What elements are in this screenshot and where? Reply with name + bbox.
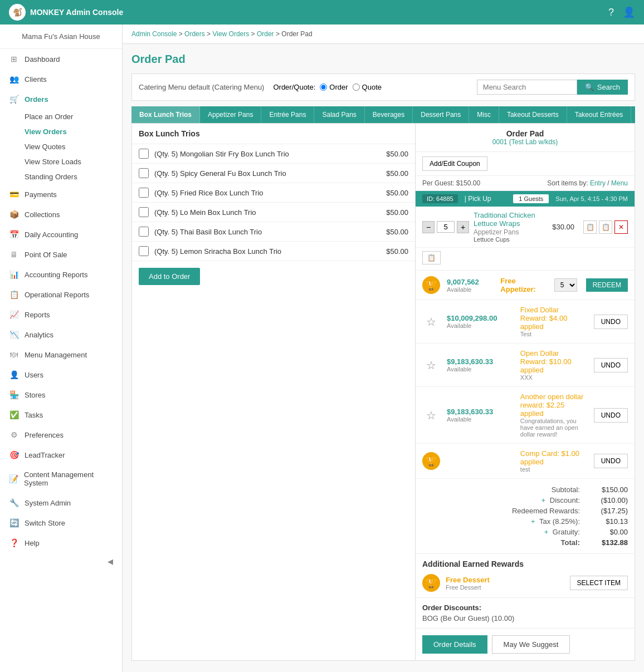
sidebar-item-reports[interactable]: 📈 Reports — [0, 305, 122, 325]
sub-nav-view-orders[interactable]: View Orders — [25, 124, 122, 139]
breadcrumb-admin-console[interactable]: Admin Console — [131, 30, 177, 38]
item-name-link[interactable]: Traditional Chicken Lettuce Wraps — [474, 211, 535, 228]
sidebar-label-orders: Orders — [25, 95, 48, 104]
breadcrumb-sep2: > — [207, 30, 212, 38]
user-icon[interactable]: 👤 — [623, 6, 635, 18]
sidebar-item-switch-store[interactable]: 🔄 Switch Store — [0, 513, 122, 533]
quote-radio[interactable] — [353, 84, 360, 91]
sub-nav-standing-orders[interactable]: Standing Orders — [25, 169, 122, 184]
sidebar-item-system-admin[interactable]: 🔧 System Admin — [0, 493, 122, 513]
leadtracker-icon: 🎯 — [9, 450, 19, 459]
sidebar-item-collections[interactable]: 📦 Collections — [0, 204, 122, 224]
sidebar-item-dashboard[interactable]: ⊞ Dashboard — [0, 49, 122, 69]
tax-value: $10.13 — [589, 517, 628, 526]
cat-tab-box-lunch-trios[interactable]: Box Lunch Trios — [131, 106, 200, 123]
reward-star-icon-3: ☆ — [422, 406, 440, 424]
add-edit-coupon-button[interactable]: Add/Edit Coupon — [422, 156, 487, 171]
cat-tab-misc[interactable]: Misc — [469, 106, 499, 123]
sidebar-label-dashboard: Dashboard — [25, 55, 60, 63]
reward-comp-4: Comp Card: $1.00 applied — [520, 449, 579, 466]
undo-button-4[interactable]: UNDO — [594, 454, 628, 468]
breadcrumb-order[interactable]: Order — [257, 30, 274, 38]
breadcrumb-orders[interactable]: Orders — [184, 30, 205, 38]
order-discounts-text: BOG (Be Our Guest) (10.00) — [422, 614, 628, 622]
sidebar-item-operational-reports[interactable]: 📋 Operational Reports — [0, 285, 122, 305]
cat-tab-takeout-entrees[interactable]: Takeout Entrées — [567, 106, 632, 123]
sidebar-label-reports: Reports — [25, 311, 50, 319]
qty-decrease-button[interactable]: − — [422, 221, 435, 233]
sort-menu-link[interactable]: Menu — [611, 179, 628, 187]
sidebar-item-help[interactable]: ❓ Help — [0, 533, 122, 553]
search-btn-label: Search — [597, 83, 620, 91]
cat-tab-dessert-pans[interactable]: Dessert Pans — [413, 106, 469, 123]
reward-applied-2: Open Dollar Reward: $10.00 applied — [520, 349, 572, 374]
earned-reward-row-0: 🏆 Free Dessert Free Dessert SELECT ITEM — [422, 574, 628, 592]
sub-nav-place-order[interactable]: Place an Order — [25, 109, 122, 124]
qty-input[interactable] — [437, 221, 455, 233]
sidebar-item-preferences[interactable]: ⚙ Preferences — [0, 425, 122, 445]
item-note-button[interactable]: 📋 — [422, 251, 441, 264]
breadcrumb-view-orders[interactable]: View Orders — [212, 30, 249, 38]
item-check-1[interactable] — [139, 168, 149, 178]
item-check-4[interactable] — [139, 227, 149, 237]
undo-button-2[interactable]: UNDO — [594, 358, 628, 372]
menu-search-input[interactable] — [477, 80, 577, 95]
item-check-5[interactable] — [139, 246, 149, 256]
sidebar-item-tasks[interactable]: ✅ Tasks — [0, 405, 122, 425]
reward-qty-select-0[interactable]: 5 — [554, 278, 577, 292]
sidebar-item-analytics[interactable]: 📉 Analytics — [0, 325, 122, 345]
sub-nav-view-store-loads[interactable]: View Store Loads — [25, 154, 122, 169]
item-price-5: $50.00 — [386, 247, 408, 256]
reward-avail-2: Available — [447, 366, 514, 372]
cat-tab-appetizer-pans[interactable]: Appetizer Pans — [200, 106, 261, 123]
cat-tab-salad-pans[interactable]: Salad Pans — [314, 106, 364, 123]
coupon-row: Add/Edit Coupon — [416, 152, 635, 176]
sidebar-item-users[interactable]: 👤 Users — [0, 365, 122, 385]
qty-control: − + — [422, 221, 469, 233]
sub-nav-view-quotes[interactable]: View Quotes — [25, 139, 122, 154]
sidebar-item-daily-accounting[interactable]: 📅 Daily Accounting — [0, 224, 122, 244]
cat-tab-beverages[interactable]: Beverages — [365, 106, 413, 123]
select-item-button-0[interactable]: SELECT ITEM — [570, 576, 628, 590]
item-copy-button[interactable]: 📋 — [599, 220, 612, 234]
collections-icon: 📦 — [9, 210, 19, 219]
sidebar-item-menu-management[interactable]: 🍽 Menu Management — [0, 345, 122, 365]
order-datetime: Sun, Apr 5, 4:15 - 4:30 PM — [555, 195, 628, 202]
discount-expand-icon[interactable]: + — [541, 496, 546, 504]
help-icon[interactable]: ? — [608, 7, 614, 18]
tax-expand-icon[interactable]: + — [531, 517, 535, 526]
sidebar-item-stores[interactable]: 🏪 Stores — [0, 385, 122, 405]
item-edit-button[interactable]: 📋 — [583, 220, 597, 234]
item-delete-button[interactable]: ✕ — [614, 220, 628, 234]
order-details-button[interactable]: Order Details — [422, 635, 487, 654]
menu-search-button[interactable]: 🔍 Search — [577, 80, 628, 95]
qty-increase-button[interactable]: + — [457, 221, 469, 233]
undo-button-1[interactable]: UNDO — [594, 315, 628, 329]
sidebar-item-accounting-reports[interactable]: 📊 Accounting Reports — [0, 264, 122, 285]
help-nav-icon: ❓ — [9, 538, 19, 547]
order-radio[interactable] — [320, 84, 327, 91]
gratuity-expand-icon[interactable]: + — [544, 528, 549, 536]
undo-button-3[interactable]: UNDO — [594, 408, 628, 423]
item-check-0[interactable] — [139, 149, 149, 159]
item-check-3[interactable] — [139, 207, 149, 217]
cat-tab-takeout-desserts[interactable]: Takeout Desserts — [499, 106, 567, 123]
collapse-button[interactable]: ◀ — [0, 553, 122, 570]
sidebar-label-cms: Content Management System — [24, 470, 113, 487]
may-we-suggest-button[interactable]: May We Suggest — [492, 635, 570, 654]
item-check-2[interactable] — [139, 188, 149, 198]
sidebar-item-orders[interactable]: 🛒 Orders — [0, 89, 122, 109]
pos-icon: 🖥 — [9, 250, 19, 259]
cat-tab-entree-pans[interactable]: Entrée Pans — [261, 106, 314, 123]
order-radio-label[interactable]: Order — [320, 83, 348, 91]
add-to-order-button[interactable]: Add to Order — [139, 268, 200, 285]
menu-label: Catering Menu default (Catering Menu) — [139, 83, 264, 91]
sort-entry-link[interactable]: Entry — [590, 179, 606, 187]
redeem-button-0[interactable]: REDEEM — [586, 278, 628, 292]
sidebar-item-pos[interactable]: 🖥 Point Of Sale — [0, 244, 122, 264]
quote-radio-label[interactable]: Quote — [353, 83, 382, 91]
sidebar-item-clients[interactable]: 👥 Clients — [0, 69, 122, 89]
sidebar-item-leadtracker[interactable]: 🎯 LeadTracker — [0, 445, 122, 465]
sidebar-item-cms[interactable]: 📝 Content Management System — [0, 465, 122, 493]
sidebar-item-payments[interactable]: 💳 Payments — [0, 184, 122, 204]
